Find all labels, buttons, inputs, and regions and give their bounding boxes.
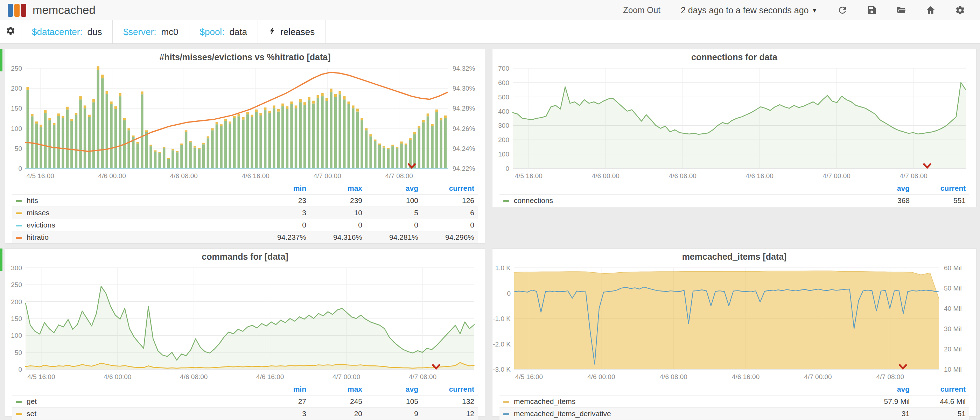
legend-series-evictions[interactable]: evictions [12, 219, 254, 231]
dashboard-controls-button[interactable] [0, 20, 21, 43]
right-y-axis-label: 94.22% [453, 165, 475, 172]
legend-table: minmaxavgcurrentget27245105132set320912 [12, 382, 478, 420]
right-y-axis-label: 60 Mil [944, 264, 962, 272]
open-dashboard-button[interactable] [896, 5, 907, 15]
refresh-button[interactable] [837, 5, 848, 15]
y-axis-label: 100 [11, 125, 22, 132]
y-axis-label: 0 [505, 165, 509, 172]
panel-commands: commands for [data] 0501001502002503004/… [5, 248, 485, 417]
panel-title[interactable]: #hits/misses/evictions vs %hitratio [dat… [5, 49, 485, 65]
series-name[interactable]: memcached_items [514, 397, 575, 405]
series-name[interactable]: set [27, 409, 37, 418]
y-axis-label: 1.0 K [495, 264, 511, 272]
legend-value-min: 27 [254, 396, 310, 408]
legend-row-hitratio: hitratio94.237%94.316%94.281%94.296% [12, 231, 478, 243]
legend-row-set: set320912 [12, 408, 478, 420]
chart-hits-misses-evictions[interactable]: 05010015020025094.22%94.24%94.26%94.28%9… [5, 65, 485, 181]
x-axis-label: 4/5 16:00 [515, 373, 543, 380]
legend-series-set[interactable]: set [12, 408, 254, 420]
right-y-axis-label: 94.32% [453, 65, 475, 72]
y-axis-label: 0 [507, 290, 511, 297]
row-collapse-handle[interactable] [0, 248, 2, 271]
x-axis-label: 4/6 00:00 [587, 373, 615, 380]
home-icon [925, 11, 936, 16]
home-button[interactable] [925, 5, 936, 15]
variable-value-dropdown[interactable]: dus [88, 27, 102, 37]
legend-table: avgcurrentconnections368551 [500, 181, 969, 207]
x-axis-label: 4/7 00:00 [804, 373, 832, 380]
variable-datacenter: $datacenter: dus [21, 20, 113, 43]
x-axis-label: 4/7 08:00 [409, 373, 436, 380]
legend-value-max: 94.316% [310, 231, 366, 243]
panel-title[interactable]: connections for data [492, 49, 976, 65]
legend-value-current: 551 [913, 195, 969, 207]
legend-header-current[interactable]: current [422, 181, 478, 195]
series-name[interactable]: connections [514, 196, 553, 204]
zoom-out-button[interactable]: Zoom Out [623, 5, 660, 15]
dashboard-title[interactable]: memcached [33, 3, 95, 17]
legend-header-avg[interactable]: avg [857, 382, 913, 396]
legend-series-hitratio[interactable]: hitratio [12, 231, 254, 243]
series-color-swatch [16, 200, 22, 202]
legend-value-max: 10 [310, 207, 366, 219]
variable-value-dropdown[interactable]: mc0 [161, 27, 178, 37]
legend-header-avg[interactable]: avg [366, 382, 422, 396]
y-axis-label: 250 [11, 65, 22, 72]
row-collapse-handle[interactable] [0, 49, 2, 72]
panel-title[interactable]: commands for [data] [5, 249, 485, 264]
legend-series-get[interactable]: get [12, 396, 254, 408]
series-color-swatch [503, 414, 509, 415]
legend-header-avg[interactable]: avg [857, 181, 913, 195]
right-y-axis-label: 94.28% [453, 105, 475, 112]
series-name[interactable]: hits [27, 196, 38, 204]
legend-value-min: 94.237% [254, 231, 310, 243]
y-axis-label: 50 [15, 349, 22, 356]
legend-header-current[interactable]: current [913, 382, 969, 396]
x-axis-label: 4/5 16:00 [515, 172, 542, 180]
app-logo[interactable] [8, 4, 26, 17]
series-color-swatch [16, 212, 22, 214]
legend-value-avg: 100 [366, 195, 422, 207]
legend-value-min: 0 [254, 219, 310, 231]
annotation-toggle-releases[interactable]: releases [258, 20, 326, 43]
legend-header-spacer [500, 382, 857, 396]
chart-memcached-items[interactable]: -3.0 K-2.0 K-1.0 K01.0 K10 Mil20 Mil30 M… [492, 264, 976, 382]
legend-header-avg[interactable]: avg [366, 181, 422, 195]
series-name[interactable]: evictions [27, 221, 55, 229]
variable-value-dropdown[interactable]: data [229, 27, 247, 37]
settings-button[interactable] [955, 5, 965, 15]
gear-icon [6, 26, 15, 38]
legend-series-memcached_items[interactable]: memcached_items [500, 396, 857, 408]
save-button[interactable] [867, 5, 877, 15]
legend-header-min[interactable]: min [254, 382, 310, 396]
legend-header-current[interactable]: current [422, 382, 478, 396]
x-axis-label: 4/6 16:00 [256, 373, 284, 380]
x-axis-label: 4/6 16:00 [242, 172, 269, 180]
legend-series-misses[interactable]: misses [12, 207, 254, 219]
legend-value-current: 132 [422, 396, 478, 408]
panel-title[interactable]: memcached_items [data] [492, 249, 976, 264]
series-name[interactable]: hitratio [27, 233, 49, 241]
chart-connections[interactable]: 01002003004005006007004/5 16:004/6 00:00… [492, 65, 976, 181]
y-axis-label: 600 [498, 79, 509, 86]
y-axis-label: 200 [11, 298, 22, 305]
legend-series-memcached_items_derivative[interactable]: memcached_items_derivative [500, 408, 857, 420]
chart-commands[interactable]: 0501001502002503004/5 16:004/6 00:004/6 … [5, 264, 485, 382]
legend-series-connections[interactable]: connections [500, 195, 857, 207]
series-name[interactable]: misses [27, 208, 49, 216]
series-get [25, 286, 474, 369]
legend-header-current[interactable]: current [913, 181, 969, 195]
y-axis-label: -2.0 K [493, 340, 511, 348]
annotation-toggle-label: releases [280, 27, 315, 37]
y-axis-label: 400 [498, 108, 509, 115]
legend-header-max[interactable]: max [310, 181, 366, 195]
legend-row-get: get27245105132 [12, 396, 478, 408]
series-name[interactable]: memcached_items_derivative [514, 409, 611, 418]
time-range-picker[interactable]: 2 days ago to a few seconds ago ▾ [681, 5, 816, 15]
legend-series-hits[interactable]: hits [12, 195, 254, 207]
legend-header-max[interactable]: max [310, 382, 366, 396]
legend-value-avg: 9 [366, 408, 422, 420]
series-name[interactable]: get [27, 397, 37, 405]
legend-header-min[interactable]: min [254, 181, 310, 195]
y-axis-label: 200 [498, 136, 509, 143]
